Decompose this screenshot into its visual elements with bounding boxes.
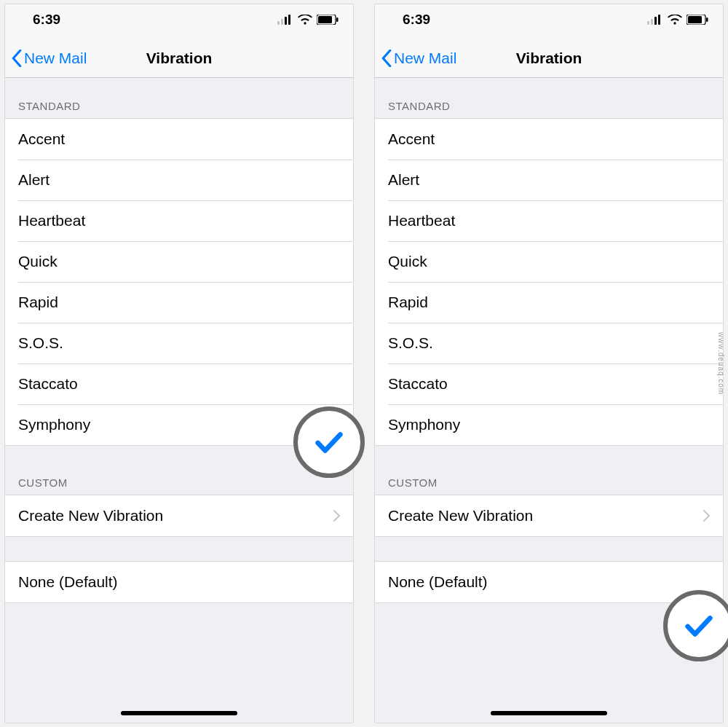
list-custom: Create New Vibration xyxy=(5,495,353,537)
svg-rect-6 xyxy=(336,17,339,22)
svg-rect-0 xyxy=(277,21,280,25)
vibration-accent[interactable]: Accent xyxy=(5,119,353,160)
status-time: 6:39 xyxy=(33,12,60,28)
status-bar: 6:39 xyxy=(5,4,353,39)
home-indicator[interactable] xyxy=(121,711,237,715)
row-label: Rapid xyxy=(388,294,710,311)
svg-rect-10 xyxy=(658,15,660,25)
create-new-vibration[interactable]: Create New Vibration xyxy=(375,495,723,536)
svg-rect-7 xyxy=(647,21,649,25)
section-header-standard: STANDARD xyxy=(5,78,353,118)
row-label: None (Default) xyxy=(388,573,710,591)
row-label: Accent xyxy=(18,130,340,148)
row-label: Heartbeat xyxy=(18,212,340,229)
vibration-none[interactable]: None (Default) xyxy=(375,562,723,602)
list-custom: Create New Vibration xyxy=(375,495,723,537)
row-label: Staccato xyxy=(18,375,340,393)
spacer xyxy=(5,603,353,723)
battery-icon xyxy=(687,15,708,25)
chevron-right-icon xyxy=(333,510,340,522)
row-label: Staccato xyxy=(388,375,710,393)
battery-icon xyxy=(317,15,339,25)
row-label: S.O.S. xyxy=(388,334,710,352)
svg-rect-2 xyxy=(285,17,287,25)
section-header-standard: STANDARD xyxy=(375,78,723,118)
gap xyxy=(375,537,723,562)
status-icons xyxy=(647,15,708,25)
status-bar: 6:39 xyxy=(375,4,723,39)
back-label: New Mail xyxy=(394,50,456,67)
phone-left: 6:39 New Mail Vibration STANDARD Accent … xyxy=(4,4,354,723)
nav-bar: New Mail Vibration xyxy=(375,39,723,78)
list-none: None (Default) xyxy=(375,562,723,603)
svg-rect-5 xyxy=(318,16,332,23)
vibration-symphony[interactable]: Symphony xyxy=(375,404,723,445)
row-label: Quick xyxy=(18,253,340,270)
row-label: Create New Vibration xyxy=(18,507,333,524)
wifi-icon xyxy=(668,15,682,25)
row-label: Create New Vibration xyxy=(388,507,703,524)
vibration-quick[interactable]: Quick xyxy=(375,241,723,282)
create-new-vibration[interactable]: Create New Vibration xyxy=(5,495,353,536)
gap xyxy=(5,537,353,562)
svg-rect-9 xyxy=(654,17,657,25)
checkmark-icon xyxy=(312,425,346,459)
vibration-alert[interactable]: Alert xyxy=(5,160,353,200)
vibration-alert[interactable]: Alert xyxy=(375,160,723,200)
vibration-quick[interactable]: Quick xyxy=(5,241,353,282)
row-label: Symphony xyxy=(388,416,710,433)
selection-highlight xyxy=(663,590,728,661)
row-label: Rapid xyxy=(18,294,340,311)
back-label: New Mail xyxy=(24,50,87,67)
back-button[interactable]: New Mail xyxy=(11,50,87,67)
vibration-accent[interactable]: Accent xyxy=(375,119,723,160)
row-label: Quick xyxy=(388,253,710,270)
row-label: None (Default) xyxy=(18,573,340,591)
phone-right: 6:39 New Mail Vibration STANDARD Accent … xyxy=(374,4,724,723)
svg-rect-8 xyxy=(651,19,653,25)
vibration-staccato[interactable]: Staccato xyxy=(375,364,723,404)
status-time: 6:39 xyxy=(403,12,430,28)
vibration-heartbeat[interactable]: Heartbeat xyxy=(5,200,353,241)
watermark: www.deuaq.com xyxy=(717,332,725,395)
row-label: Alert xyxy=(388,171,710,189)
vibration-rapid[interactable]: Rapid xyxy=(375,282,723,323)
vibration-none[interactable]: None (Default) xyxy=(5,562,353,602)
chevron-left-icon xyxy=(381,50,392,67)
svg-rect-3 xyxy=(288,15,290,25)
row-label: Accent xyxy=(388,130,710,148)
row-label: Symphony xyxy=(18,416,340,433)
row-label: S.O.S. xyxy=(18,334,340,352)
chevron-left-icon xyxy=(11,50,23,67)
wifi-icon xyxy=(298,15,312,25)
svg-rect-1 xyxy=(281,19,283,25)
vibration-staccato[interactable]: Staccato xyxy=(5,364,353,404)
selection-highlight xyxy=(293,406,365,478)
chevron-right-icon xyxy=(703,510,710,522)
home-indicator[interactable] xyxy=(491,711,607,715)
list-none: None (Default) xyxy=(5,562,353,603)
checkmark-icon xyxy=(682,609,716,642)
vibration-rapid[interactable]: Rapid xyxy=(5,282,353,323)
row-label: Heartbeat xyxy=(388,212,710,229)
list-standard: Accent Alert Heartbeat Quick Rapid S.O.S… xyxy=(375,118,723,446)
signal-icon xyxy=(647,15,663,25)
vibration-sos[interactable]: S.O.S. xyxy=(5,323,353,364)
svg-rect-12 xyxy=(688,16,702,23)
row-label: Alert xyxy=(18,171,340,189)
list-standard: Accent Alert Heartbeat Quick Rapid S.O.S… xyxy=(5,118,353,446)
vibration-heartbeat[interactable]: Heartbeat xyxy=(375,200,723,241)
signal-icon xyxy=(277,15,293,25)
vibration-sos[interactable]: S.O.S. xyxy=(375,323,723,364)
section-header-custom: CUSTOM xyxy=(375,446,723,495)
svg-rect-13 xyxy=(706,17,708,22)
nav-bar: New Mail Vibration xyxy=(5,39,353,78)
status-icons xyxy=(277,15,339,25)
back-button[interactable]: New Mail xyxy=(381,50,456,67)
